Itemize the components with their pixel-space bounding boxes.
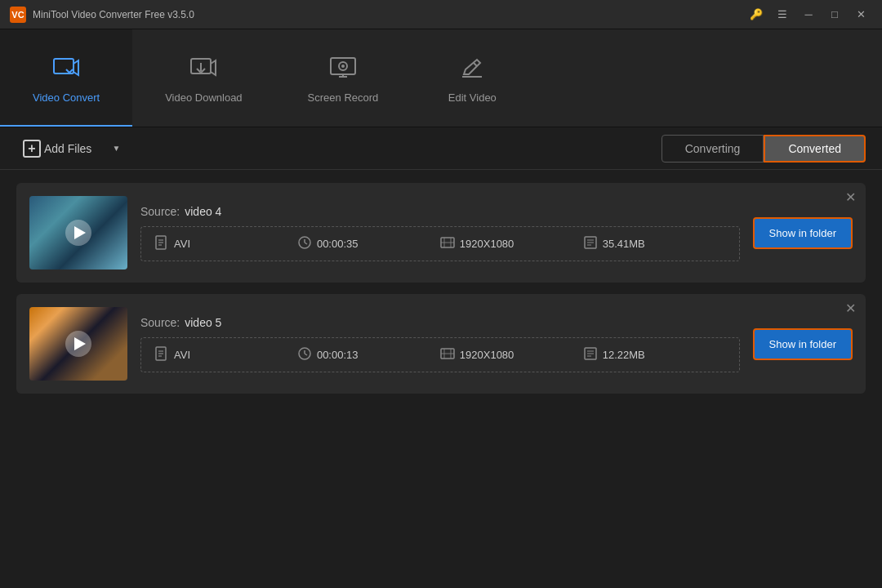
resolution-value-2: 1920X1080	[460, 349, 514, 361]
show-folder-button-2[interactable]: Show in folder	[753, 328, 853, 360]
thumbnail-1	[29, 196, 127, 270]
format-value-1: AVI	[174, 238, 190, 250]
card-content-1: Source: video 4 AVI	[140, 205, 740, 261]
toolbar: + Add Files ▼ Converting Converted	[0, 127, 882, 170]
play-button-1[interactable]	[65, 220, 91, 246]
resolution-icon-2	[440, 346, 455, 363]
play-button-2[interactable]	[65, 331, 91, 357]
format-icon-2	[154, 346, 169, 363]
play-icon-2	[74, 337, 86, 350]
nav-item-video-download[interactable]: Video Download	[132, 29, 274, 127]
key-button[interactable]: 🔑	[745, 6, 768, 24]
format-icon-1	[154, 235, 169, 252]
size-value-2: 12.22MB	[603, 349, 645, 361]
nav-item-edit-video[interactable]: Edit Video	[411, 29, 533, 127]
close-button[interactable]: ✕	[849, 6, 872, 24]
titlebar-controls: 🔑 ☰ ─ □ ✕	[745, 6, 872, 24]
resolution-item-1: 1920X1080	[440, 235, 583, 252]
duration-item-2: 00:00:13	[297, 346, 440, 363]
duration-value-2: 00:00:13	[317, 349, 359, 361]
tab-converting[interactable]: Converting	[662, 135, 764, 163]
duration-icon-2	[297, 346, 312, 363]
size-item-2: 12.22MB	[583, 346, 726, 363]
card-info-box-1: AVI 00:00:35	[140, 226, 740, 261]
size-icon-1	[583, 235, 598, 252]
video-convert-icon	[51, 53, 81, 87]
duration-icon-1	[297, 235, 312, 252]
duration-item-1: 00:00:35	[297, 235, 440, 252]
source-name-1: video 4	[185, 205, 221, 218]
tab-group: Converting Converted	[662, 135, 866, 163]
svg-line-10	[474, 63, 477, 66]
resolution-icon-1	[440, 235, 455, 252]
screen-record-icon	[328, 53, 358, 87]
close-card-2[interactable]: ✕	[845, 302, 856, 315]
thumbnail-2	[29, 307, 127, 381]
app-title: MiniTool Video Converter Free v3.5.0	[33, 9, 194, 20]
nav-label-edit-video: Edit Video	[448, 91, 497, 104]
edit-video-icon	[457, 53, 487, 87]
size-item-1: 35.41MB	[583, 235, 726, 252]
maximize-button[interactable]: □	[823, 6, 846, 24]
navbar: Video Convert Video Download Screen Reco…	[0, 29, 882, 127]
nav-label-screen-record: Screen Record	[308, 91, 379, 104]
nav-item-screen-record[interactable]: Screen Record	[275, 29, 412, 127]
tab-converted[interactable]: Converted	[764, 135, 866, 163]
add-files-button[interactable]: + Add Files	[16, 135, 98, 163]
source-label-1: Source:	[140, 205, 180, 218]
titlebar: VC MiniTool Video Converter Free v3.5.0 …	[0, 0, 882, 29]
show-folder-button-1[interactable]: Show in folder	[753, 217, 853, 249]
resolution-item-2: 1920X1080	[440, 346, 583, 363]
close-card-1[interactable]: ✕	[845, 191, 856, 204]
card-info-box-2: AVI 00:00:13	[140, 337, 740, 372]
nav-item-video-convert[interactable]: Video Convert	[0, 29, 132, 127]
play-icon-1	[74, 226, 86, 239]
svg-line-2	[69, 69, 73, 73]
svg-point-7	[341, 65, 345, 68]
card-header-2: Source: video 5	[140, 316, 740, 329]
video-download-icon	[189, 53, 218, 87]
main-content: ✕ Source: video 4	[0, 170, 882, 407]
resolution-value-1: 1920X1080	[460, 238, 514, 250]
video-card-1: ✕ Source: video 4	[16, 183, 866, 283]
duration-value-1: 00:00:35	[317, 238, 359, 250]
add-files-label: Add Files	[44, 142, 91, 155]
source-label-2: Source:	[140, 316, 180, 329]
titlebar-left: VC MiniTool Video Converter Free v3.5.0	[10, 7, 194, 23]
format-item-2: AVI	[154, 346, 297, 363]
app-logo: VC	[10, 7, 26, 23]
menu-button[interactable]: ☰	[771, 6, 794, 24]
add-files-dropdown[interactable]: ▼	[106, 139, 126, 158]
nav-label-video-convert: Video Convert	[33, 91, 100, 104]
add-files-icon: +	[23, 140, 41, 158]
minimize-button[interactable]: ─	[797, 6, 820, 24]
svg-line-18	[305, 243, 307, 244]
nav-label-video-download: Video Download	[165, 91, 242, 104]
size-icon-2	[583, 346, 598, 363]
card-header-1: Source: video 4	[140, 205, 740, 218]
source-name-2: video 5	[185, 316, 221, 329]
video-card-2: ✕ Source: video 5	[16, 294, 866, 394]
size-value-1: 35.41MB	[603, 238, 645, 250]
format-value-2: AVI	[174, 349, 190, 361]
svg-line-33	[305, 354, 307, 355]
format-item-1: AVI	[154, 235, 297, 252]
card-content-2: Source: video 5 AVI	[140, 316, 740, 372]
